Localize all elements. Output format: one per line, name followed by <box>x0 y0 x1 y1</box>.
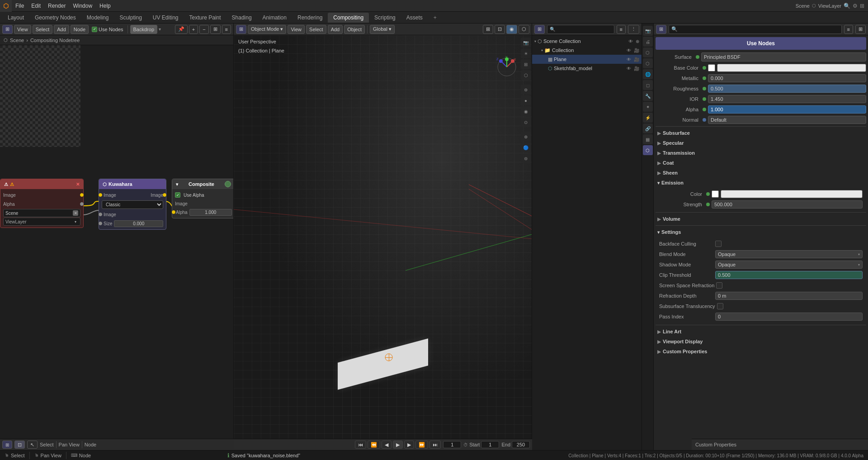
node-render-layers[interactable]: ⚠ ⚠ ✕ Image Alpha Scene ✕ <box>0 179 84 228</box>
end-field[interactable]: End 250 <box>501 441 530 448</box>
vp-tool-icons[interactable]: ⊞ <box>483 25 493 34</box>
outliner-item-scene-collection[interactable]: ▾ ⬡ Scene Collection 👁 ⊕ <box>532 37 642 46</box>
object-data-props-icon[interactable]: ▦ <box>643 134 653 144</box>
tab-modeling[interactable]: Modeling <box>81 13 114 23</box>
ior-value[interactable]: 1.450 <box>708 95 866 103</box>
node-composite[interactable]: ▾ Composite ✓ Use Alpha Image Alpha 1.00… <box>172 179 233 218</box>
view-button[interactable]: View <box>14 25 31 34</box>
tab-shading[interactable]: Shading <box>226 13 257 23</box>
jump-to-end-btn[interactable]: ⏭ <box>429 441 441 449</box>
menu-window[interactable]: Window <box>69 0 96 12</box>
icon-zoom-in[interactable]: + <box>189 25 198 34</box>
props-type-icon[interactable]: ⊞ <box>656 25 666 34</box>
start-value[interactable]: 1 <box>481 441 499 448</box>
node-button[interactable]: Node <box>71 25 89 34</box>
world-props-icon[interactable]: 🌐 <box>643 69 653 79</box>
roughness-value[interactable]: 0.500 <box>708 85 866 93</box>
output-props-icon[interactable]: 🖨 <box>643 37 653 47</box>
outliner-item-collection[interactable]: ▾ 📁 Collection 👁 🎥 <box>532 46 642 55</box>
end-value[interactable]: 250 <box>512 441 530 448</box>
scene-clear-btn[interactable]: ✕ <box>73 210 78 216</box>
icon-pin[interactable]: 📌 <box>175 25 188 34</box>
select-mode-icon[interactable]: ⊞ <box>2 441 12 449</box>
line-art-section-header[interactable]: ▶ Line Art <box>656 327 866 337</box>
outliner-options-btn[interactable]: ⋮ <box>628 25 639 34</box>
filter-icon[interactable]: ⚙ <box>853 3 858 9</box>
outliner-item-plane[interactable]: ▦ Plane 👁 🎥 <box>532 55 642 64</box>
select-tool-icon[interactable]: ↖ <box>27 441 38 449</box>
menu-file[interactable]: File <box>12 0 28 12</box>
sheen-section-header[interactable]: ▶ Sheen <box>656 168 866 178</box>
material-props-icon[interactable]: ⬡ <box>643 145 653 155</box>
view-layer-props-icon[interactable]: ⬡ <box>643 47 653 57</box>
next-keyframe-btn[interactable]: ⏩ <box>415 441 428 449</box>
sketchfab-eye[interactable]: 👁 <box>627 66 631 71</box>
props-filter-btn[interactable]: ≡ <box>844 25 853 34</box>
use-nodes-header-bar[interactable]: Use Nodes <box>656 37 866 50</box>
editor-type-icon[interactable]: ⊞ <box>2 25 13 34</box>
layers-layer-field[interactable]: ViewLayer ▾ <box>3 218 80 226</box>
vp-mat-btn[interactable]: ⬡ <box>519 25 529 34</box>
breadcrumb-scene[interactable]: Scene <box>10 38 24 43</box>
layers-scene-field[interactable]: Scene ✕ <box>3 209 80 217</box>
backface-culling-checkbox[interactable] <box>715 241 722 247</box>
physics-props-icon[interactable]: ⚡ <box>643 113 653 123</box>
vp-shading-btn[interactable]: ◉ <box>506 25 517 34</box>
scene-props-icon[interactable]: ⬡ <box>643 58 653 68</box>
menu-render[interactable]: Render <box>44 0 69 12</box>
icon-zoom-out[interactable]: − <box>199 25 208 34</box>
viewport-select-btn[interactable]: Select <box>306 25 326 34</box>
menu-help[interactable]: Help <box>96 0 114 12</box>
clip-threshold-value[interactable]: 0.500 <box>715 271 863 279</box>
start-field[interactable]: ⏱ Start 1 <box>463 441 499 448</box>
ssr-checkbox[interactable] <box>716 282 722 289</box>
collection-cam[interactable]: 🎥 <box>634 48 639 53</box>
add-button[interactable]: Add <box>54 25 69 34</box>
surface-value[interactable]: Principled BSDF <box>701 52 866 62</box>
composite-alpha-value[interactable]: 1.000 <box>189 209 232 216</box>
prev-keyframe-btn[interactable]: ⏪ <box>368 441 380 449</box>
editor-type-btn[interactable]: ⊞ <box>236 25 246 34</box>
props-options-btn[interactable]: ⊞ <box>855 25 866 34</box>
transmission-section-header[interactable]: ▶ Transmission <box>656 148 866 158</box>
scene-collection-eye[interactable]: 👁 <box>628 39 633 44</box>
scene-collection-dots[interactable]: ⊕ <box>636 39 639 44</box>
sketchfab-cam[interactable]: 🎥 <box>634 66 639 71</box>
viewport-view-btn[interactable]: View <box>288 25 305 34</box>
select-mode-status[interactable]: 🖱 Select <box>5 453 25 458</box>
breadcrumb-tree[interactable]: Compositing Nodetree <box>30 38 80 43</box>
tab-texture-paint[interactable]: Texture Paint <box>184 13 226 23</box>
backdrop-button[interactable]: Backdrop <box>130 25 157 34</box>
object-props-icon[interactable]: ◻ <box>643 80 653 90</box>
pass-index-value[interactable]: 0 <box>715 313 863 321</box>
snap-icon[interactable]: 🔵 <box>521 142 531 152</box>
solid-icon[interactable]: ● <box>521 95 531 105</box>
prop-edit-icon[interactable]: ⊕ <box>521 132 531 142</box>
tab-animation[interactable]: Animation <box>257 13 292 23</box>
shadow-mode-select[interactable]: Opaque ▾ <box>715 261 863 269</box>
outliner-search[interactable]: 🔍 <box>547 25 614 34</box>
kuwahara-type-select[interactable]: Classic Anisotropic <box>102 200 163 209</box>
add-workspace-button[interactable]: + <box>428 13 442 23</box>
viewport-add-btn[interactable]: Add <box>328 25 343 34</box>
sst-checkbox[interactable] <box>717 303 723 309</box>
props-search[interactable]: 🔍 <box>669 25 842 34</box>
next-frame-btn[interactable]: ▶ <box>404 441 414 449</box>
xray-icon[interactable]: ⊛ <box>521 85 531 95</box>
tab-scripting[interactable]: Scripting <box>369 13 401 23</box>
material-icon[interactable]: ◉ <box>521 106 531 116</box>
modifier-props-icon[interactable]: 🔧 <box>643 91 653 101</box>
alpha-value[interactable]: 1.000 <box>708 105 866 114</box>
proportional-icon[interactable]: ⊜ <box>521 153 531 163</box>
outliner-item-sketchfab[interactable]: ⬡ Sketchfab_model 👁 🎥 <box>532 64 642 73</box>
settings-icon[interactable]: ⊞ <box>860 3 864 9</box>
grid-icon[interactable]: ⊞ <box>521 59 531 69</box>
object-mode-btn[interactable]: Object Mode ▾ <box>248 25 286 34</box>
refraction-depth-value[interactable]: 0 m <box>715 292 863 300</box>
composite-active-icon[interactable] <box>225 181 231 187</box>
sun-icon[interactable]: ☀ <box>521 48 531 58</box>
specular-section-header[interactable]: ▶ Specular <box>656 138 866 148</box>
icon-frame-all[interactable]: ⊞ <box>210 25 221 34</box>
camera-icon[interactable]: 📷 <box>521 38 531 47</box>
frame-counter[interactable]: 1 <box>443 441 461 448</box>
